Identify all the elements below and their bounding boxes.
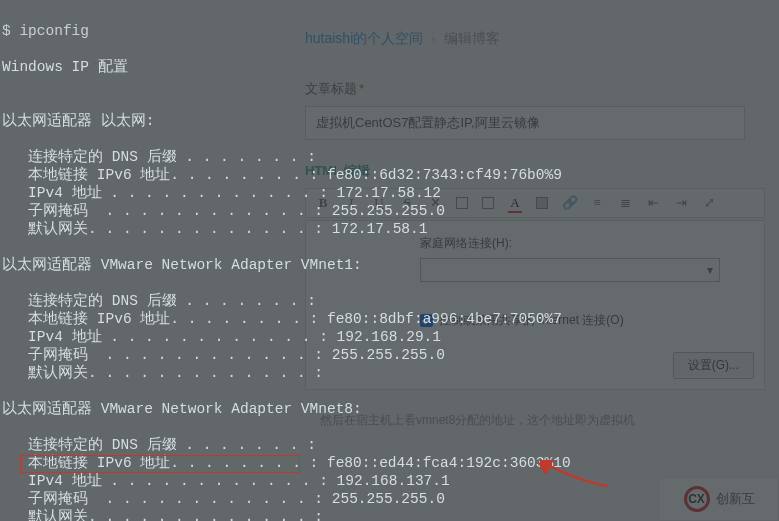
underline-icon[interactable]: U (372, 195, 386, 211)
title-label: 文章标题* (305, 80, 779, 98)
indent-icon[interactable]: ⇥ (674, 195, 688, 211)
breadcrumb-user[interactable]: hutaishi的个人空间 (305, 30, 423, 48)
article-body-text: 然后在宿主机上看vmnet8分配的地址，这个地址即为虚拟机 (320, 412, 760, 429)
breadcrumb-current: 编辑博客 (444, 30, 500, 48)
strikethrough-icon[interactable]: S (400, 195, 414, 211)
logo-mark-icon: CX (684, 486, 710, 512)
outdent-icon[interactable]: ⇤ (646, 195, 660, 211)
remove-format-icon[interactable]: ✕ (428, 195, 442, 211)
editor-content-pane[interactable]: 家庭网络连接(H): ▾ 控制或禁用共享的 Internet 连接(O) 设置(… (305, 220, 765, 390)
link-icon[interactable]: 🔗 (562, 195, 576, 211)
bg-color-icon[interactable] (536, 197, 548, 209)
breadcrumb: hutaishi的个人空间 › 编辑博客 (305, 30, 779, 48)
expand-icon[interactable]: ⤢ (702, 195, 716, 211)
chevron-right-icon: › (431, 31, 436, 47)
ordered-list-icon[interactable]: ≣ (618, 195, 632, 211)
blockquote-icon[interactable] (456, 197, 468, 209)
allow-control-checkbox[interactable]: 控制或禁用共享的 Internet 连接(O) (420, 312, 760, 329)
chevron-down-icon: ▾ (707, 263, 713, 277)
checkbox-icon[interactable] (420, 314, 433, 327)
sharing-dialog-fragment: 家庭网络连接(H): ▾ 控制或禁用共享的 Internet 连接(O) (420, 235, 760, 329)
editor-toolbar: B I U S ✕ A 🔗 ≡ ≣ ⇤ ⇥ ⤢ (305, 188, 765, 218)
site-logo: CX 创新互 (659, 477, 779, 521)
code-icon[interactable] (482, 197, 494, 209)
logo-text: 创新互 (716, 490, 755, 508)
font-color-icon[interactable]: A (508, 195, 522, 211)
home-network-combo[interactable]: ▾ (420, 258, 720, 282)
settings-button[interactable]: 设置(G)... (673, 352, 754, 379)
html-editor-label: HTML 编辑 (305, 162, 779, 180)
article-title-input[interactable] (305, 106, 745, 140)
bold-icon[interactable]: B (316, 195, 330, 211)
unordered-list-icon[interactable]: ≡ (590, 195, 604, 211)
checkbox-label: 控制或禁用共享的 Internet 连接(O) (439, 312, 624, 329)
home-network-label: 家庭网络连接(H): (420, 235, 760, 252)
blog-editor-background: hutaishi的个人空间 › 编辑博客 文章标题* HTML 编辑 B I U… (0, 0, 779, 521)
italic-icon[interactable]: I (344, 195, 358, 211)
